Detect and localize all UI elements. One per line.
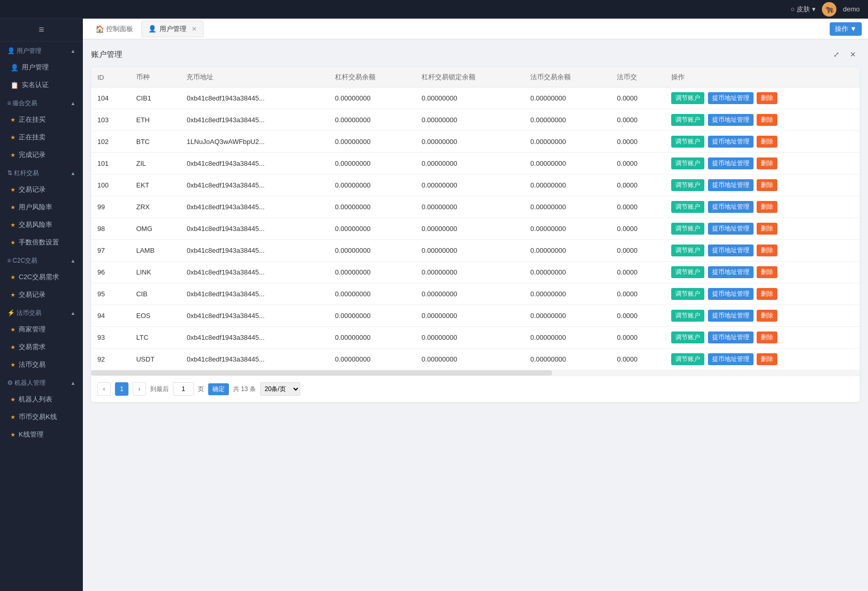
table-scrollbar[interactable] [91, 370, 860, 376]
cell-leverage-locked: 0.00000000 [415, 283, 524, 305]
adjust-account-button[interactable]: 调节账户 [671, 114, 704, 126]
cell-coin: EOS [130, 305, 180, 327]
page-confirm-button[interactable]: 确定 [208, 383, 229, 395]
sidebar-item-c2c-records[interactable]: ★ 交易记录 [0, 286, 83, 304]
cell-id: 98 [91, 218, 130, 240]
adjust-account-button[interactable]: 调节账户 [671, 288, 704, 300]
sidebar-item-merchant[interactable]: ★ 商家管理 [0, 321, 83, 338]
sidebar-item-buy-orders[interactable]: ★ 正在挂买 [0, 111, 83, 128]
sidebar-item-user-management[interactable]: 👤 用户管理 [0, 59, 83, 76]
hamburger-icon[interactable]: ≡ [39, 24, 45, 35]
manage-address-button[interactable]: 提币地址管理 [708, 288, 754, 300]
adjust-account-button[interactable]: 调节账户 [671, 201, 704, 213]
col-fiat-other: 法币交 [611, 67, 665, 88]
tab-close-button[interactable]: ✕ [192, 25, 197, 33]
delete-button[interactable]: 删除 [757, 157, 777, 169]
sidebar-item-kline-management[interactable]: ★ K线管理 [0, 426, 83, 443]
sidebar-item-trade-records[interactable]: ★ 交易记录 [0, 181, 83, 198]
manage-address-button[interactable]: 提币地址管理 [708, 353, 754, 365]
adjust-account-button[interactable]: 调节账户 [671, 157, 704, 169]
cell-leverage-balance: 0.00000000 [329, 109, 415, 131]
manage-address-button[interactable]: 提币地址管理 [708, 136, 754, 148]
sidebar-group-c2c[interactable]: ≡ C2C交易 ▲ [0, 251, 83, 268]
adjust-account-button[interactable]: 调节账户 [671, 92, 704, 104]
cell-fiat-other: 0.0000 [611, 327, 665, 349]
per-page-select[interactable]: 20条/页 50条/页 100条/页 [260, 382, 300, 396]
sidebar-group-robot[interactable]: ⚙ 机器人管理 ▲ [0, 373, 83, 391]
next-page-button[interactable]: › [133, 382, 146, 396]
sidebar-item-sell-orders[interactable]: ★ 正在挂卖 [0, 128, 83, 146]
fullscreen-button[interactable]: ⤢ [830, 48, 843, 61]
page-1-button[interactable]: 1 [115, 382, 128, 396]
delete-button[interactable]: 删除 [757, 288, 777, 300]
adjust-account-button[interactable]: 调节账户 [671, 266, 704, 278]
sidebar-item-user-risk[interactable]: ★ 用户风险率 [0, 198, 83, 216]
ops-button[interactable]: 操作 ▼ [830, 22, 862, 36]
manage-address-button[interactable]: 提币地址管理 [708, 266, 754, 278]
adjust-account-button[interactable]: 调节账户 [671, 353, 704, 365]
sidebar-item-real-name[interactable]: 📋 实名认证 [0, 76, 83, 94]
delete-button[interactable]: 删除 [757, 114, 777, 126]
adjust-account-button[interactable]: 调节账户 [671, 244, 704, 256]
total-label: 共 13 条 [233, 385, 256, 394]
sidebar-item-c2c-demand[interactable]: ★ C2C交易需求 [0, 268, 83, 286]
delete-button[interactable]: 删除 [757, 353, 777, 365]
delete-button[interactable]: 删除 [757, 310, 777, 322]
page-number-input[interactable] [173, 382, 194, 396]
adjust-account-button[interactable]: 调节账户 [671, 179, 704, 191]
username-label: demo [843, 5, 860, 13]
manage-address-button[interactable]: 提币地址管理 [708, 223, 754, 235]
delete-button[interactable]: 删除 [757, 223, 777, 235]
delete-button[interactable]: 删除 [757, 136, 777, 148]
arrow-icon6: ▲ [70, 380, 76, 386]
star-icon12: ★ [10, 362, 16, 368]
adjust-account-button[interactable]: 调节账户 [671, 136, 704, 148]
delete-button[interactable]: 删除 [757, 244, 777, 256]
adjust-account-button[interactable]: 调节账户 [671, 331, 704, 343]
tab-home[interactable]: 🏠 控制面板 [89, 21, 139, 37]
cell-id: 101 [91, 153, 130, 175]
manage-address-button[interactable]: 提币地址管理 [708, 179, 754, 191]
manage-address-button[interactable]: 提币地址管理 [708, 331, 754, 343]
delete-button[interactable]: 删除 [757, 179, 777, 191]
sidebar-item-trade-demand[interactable]: ★ 交易需求 [0, 338, 83, 356]
sidebar-item-fiat-trade[interactable]: ★ 法币交易 [0, 356, 83, 373]
manage-address-button[interactable]: 提币地址管理 [708, 114, 754, 126]
sidebar-group-fiat[interactable]: ⚡ 法币交易 ▲ [0, 304, 83, 321]
delete-button[interactable]: 删除 [757, 92, 777, 104]
skin-button[interactable]: ○ 皮肤 ▾ [791, 5, 816, 14]
adjust-account-button[interactable]: 调节账户 [671, 310, 704, 322]
section-actions: ⤢ ✕ [830, 48, 860, 61]
cell-fiat-other: 0.0000 [611, 109, 665, 131]
delete-button[interactable]: 删除 [757, 201, 777, 213]
sidebar-item-completed[interactable]: ★ 完成记录 [0, 146, 83, 164]
manage-address-button[interactable]: 提币地址管理 [708, 92, 754, 104]
manage-address-button[interactable]: 提币地址管理 [708, 157, 754, 169]
sidebar-group-leverage[interactable]: ⇅ 杠杆交易 ▲ [0, 164, 83, 181]
cell-coin: EKT [130, 175, 180, 196]
cell-fiat-balance: 0.00000000 [524, 240, 611, 262]
cell-leverage-locked: 0.00000000 [415, 153, 524, 175]
main-content: 🏠 控制面板 👤 用户管理 ✕ 操作 ▼ 账户管理 [83, 19, 868, 591]
sidebar-group-match[interactable]: ≡ 撮合交易 ▲ [0, 94, 83, 111]
sidebar-item-robot-list[interactable]: ★ 机器人列表 [0, 391, 83, 408]
sidebar-group-user-management[interactable]: 👤 用户管理 ▲ [0, 41, 83, 59]
sidebar-item-trade-risk[interactable]: ★ 交易风险率 [0, 216, 83, 234]
cell-address: 0xb41c8edf1943a38445... [180, 109, 328, 131]
cell-leverage-balance: 0.00000000 [329, 218, 415, 240]
delete-button[interactable]: 删除 [757, 331, 777, 343]
cell-leverage-locked: 0.00000000 [415, 218, 524, 240]
sidebar-item-multiplier[interactable]: ★ 手数倍数设置 [0, 234, 83, 251]
manage-address-button[interactable]: 提币地址管理 [708, 310, 754, 322]
sidebar: ≡ 👤 用户管理 ▲ 👤 用户管理 📋 实名认证 ≡ 撮合交易 ▲ ★ 正在挂买… [0, 19, 83, 591]
tab-user-management[interactable]: 👤 用户管理 ✕ [141, 21, 204, 37]
cell-id: 92 [91, 349, 130, 370]
adjust-account-button[interactable]: 调节账户 [671, 223, 704, 235]
prev-page-button[interactable]: ‹ [97, 382, 111, 396]
page-content: 账户管理 ⤢ ✕ ID 币种 [83, 39, 868, 591]
delete-button[interactable]: 删除 [757, 266, 777, 278]
manage-address-button[interactable]: 提币地址管理 [708, 201, 754, 213]
close-panel-button[interactable]: ✕ [846, 48, 860, 61]
manage-address-button[interactable]: 提币地址管理 [708, 244, 754, 256]
sidebar-item-kline[interactable]: ★ 币币交易K线 [0, 408, 83, 426]
